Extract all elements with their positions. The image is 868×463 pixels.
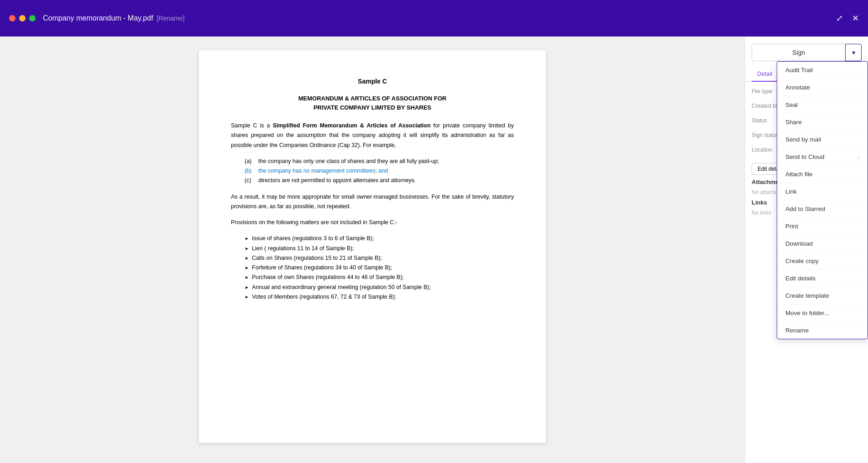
pdf-list: (a)the company has only one class of sha… [245,157,514,186]
dropdown-item-link[interactable]: Link [777,183,868,200]
list-item: (a)the company has only one class of sha… [245,157,514,166]
dropdown-item-share[interactable]: Share [777,114,868,131]
dropdown-item-create-copy[interactable]: Create copy [777,253,868,270]
dropdown-item-send-to-cloud[interactable]: Send to Cloud› [777,148,868,166]
maximize-control[interactable] [29,15,36,21]
rename-label[interactable]: [Rename] [157,15,185,22]
pdf-heading1: Sample C [231,78,514,85]
dropdown-item-create-template[interactable]: Create template [777,287,868,305]
dropdown-arrow-icon: ▾ [852,49,855,56]
dropdown-item-rename[interactable]: Rename [777,322,868,339]
dropdown-item-edit-details[interactable]: Edit details [777,270,868,287]
pdf-page: Sample C MEMORANDUM & ARTICLES OF ASSOCI… [199,50,546,443]
list-item: (b)the company has no management committ… [245,166,514,176]
dropdown-item-attach-file[interactable]: Attach file [777,166,868,183]
close-control[interactable] [9,15,16,21]
arrow-list: Issue of shares (regulations 3 to 6 of S… [245,234,514,302]
minimize-control[interactable] [19,15,26,21]
document-title: Company memorandum - May.pdf [43,14,153,22]
close-icon[interactable]: ✕ [852,13,859,23]
main-content: Sample C MEMORANDUM & ARTICLES OF ASSOCI… [0,37,868,463]
arrow-item: Votes of Members (regulations 67, 72 & 7… [245,292,514,302]
dropdown-menu: Audit TrailAnnotateSealShareSend by mail… [777,61,868,339]
arrow-item: Calls on Shares (regulations 15 to 21 of… [245,253,514,263]
expand-icon[interactable]: ⤢ [836,13,843,23]
dropdown-item-audit-trail[interactable]: Audit Trail [777,62,868,79]
pdf-para3: Provisions on the following matters are … [231,218,514,227]
dropdown-item-send-by-mail[interactable]: Send by mail [777,131,868,148]
chevron-right-icon: › [858,154,859,160]
window-controls [9,15,36,21]
tab-detail[interactable]: Detail [752,67,778,82]
sign-area: Sign ▾ [745,37,868,61]
sign-button[interactable]: Sign [752,44,845,61]
dropdown-item-print[interactable]: Print [777,218,868,235]
arrow-item: Lien ( regulations 11 to 14 of Sample B)… [245,244,514,253]
pdf-para1: Sample C is a Simplified Form Memorandum… [231,121,514,150]
arrow-item: Issue of shares (regulations 3 to 6 of S… [245,234,514,243]
pdf-heading2: MEMORANDUM & ARTICLES OF ASSOCIATION FOR… [231,94,514,112]
dropdown-item-seal[interactable]: Seal [777,96,868,114]
dropdown-item-move-to-folder...[interactable]: Move to folder... [777,305,868,322]
right-panel: Sign ▾ Detail Con... File type Created b… [745,37,868,463]
pdf-body: Sample C is a Simplified Form Memorandum… [231,121,514,302]
list-item: (c)directors are not permitted to appoin… [245,176,514,185]
sign-dropdown-button[interactable]: ▾ [845,44,862,61]
arrow-item: Annual and extraordinary general meeting… [245,283,514,292]
arrow-item: Purchase of own Shares (regulations 44 t… [245,273,514,282]
dropdown-item-download[interactable]: Download [777,235,868,253]
titlebar-actions: ⤢ ✕ [836,13,859,23]
pdf-para2: As a result, it may be more appropriate … [231,192,514,212]
pdf-viewer: Sample C MEMORANDUM & ARTICLES OF ASSOCI… [0,37,745,463]
dropdown-item-add-to-starred[interactable]: Add to Starred [777,200,868,218]
titlebar: Company memorandum - May.pdf [Rename] ⤢ … [0,0,868,37]
dropdown-item-annotate[interactable]: Annotate [777,79,868,96]
arrow-item: Forfeiture of Shares (regulations 34 to … [245,263,514,273]
